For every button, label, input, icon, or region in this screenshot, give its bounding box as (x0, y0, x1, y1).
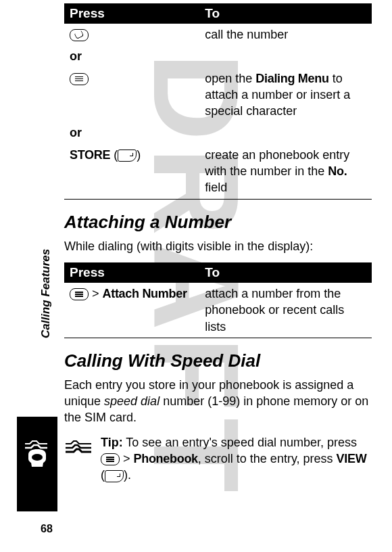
table-header-press: Press (64, 262, 199, 283)
tip-text: Tip: To see an entry's speed dial number… (101, 434, 372, 484)
right-softkey-icon (105, 470, 124, 482)
call-key-icon (70, 29, 89, 41)
text: To see an entry's speed dial number, pre… (123, 436, 357, 449)
row-action: attach a number from the phonebook or re… (199, 283, 372, 338)
separator: > (120, 452, 134, 465)
section-heading-attaching: Attaching a Number (64, 212, 372, 233)
tip-icon (64, 434, 93, 457)
softkey-label: VIEW (337, 452, 367, 465)
section-phone-icon (17, 417, 57, 511)
section-body: Each entry you store in your phonebook i… (64, 377, 372, 426)
row-action: call the number (199, 24, 372, 45)
or-separator: or (64, 122, 199, 143)
instruction-table-2: Press To > Attach Number attach a number… (64, 262, 372, 338)
table-header-to: To (199, 262, 372, 283)
table-row: open the Dialing Menu to attach a number… (64, 68, 372, 122)
text: open the (205, 72, 255, 85)
table-row: call the number (64, 24, 372, 45)
separator: > (89, 287, 103, 300)
table-row: STORE () create an phonebook entry with … (64, 144, 372, 199)
page-number: 68 (41, 523, 53, 535)
tip-block: Tip: To see an entry's speed dial number… (64, 434, 372, 484)
table-row-or: or (64, 45, 372, 67)
table-header-press: Press (64, 3, 199, 24)
svg-point-0 (32, 454, 43, 461)
tip-label: Tip: (101, 436, 123, 449)
instruction-table-1: Press To call the number or open the Dia… (64, 3, 372, 200)
section-body: While dialing (with digits visible in th… (64, 238, 372, 254)
menu-key-icon (70, 73, 89, 85)
section-heading-speeddial: Calling With Speed Dial (64, 350, 372, 371)
table-row-or: or (64, 122, 372, 143)
row-action: create an phonebook entry with the numbe… (199, 144, 372, 199)
term: speed dial (104, 394, 160, 408)
sidebar-section-label: Calling Features (39, 249, 53, 338)
text: field (205, 181, 227, 194)
page-content: Press To call the number or open the Dia… (64, 3, 372, 484)
row-action: open the Dialing Menu to attach a number… (199, 68, 372, 122)
field-name: No. (328, 164, 347, 178)
menu-item: Phonebook (134, 452, 198, 465)
softkey-label: STORE (70, 148, 110, 162)
menu-key-icon (101, 453, 120, 465)
text: , scroll to the entry, press (198, 452, 337, 465)
or-separator: or (64, 45, 199, 67)
table-row: > Attach Number attach a number from the… (64, 283, 372, 338)
menu-key-icon (70, 288, 89, 300)
row-press: > Attach Number (64, 283, 199, 338)
text: ). (124, 468, 131, 482)
menu-name: Dialing Menu (255, 72, 328, 85)
table-header-to: To (199, 3, 372, 24)
menu-item: Attach Number (103, 287, 187, 300)
right-softkey-icon (118, 150, 137, 162)
